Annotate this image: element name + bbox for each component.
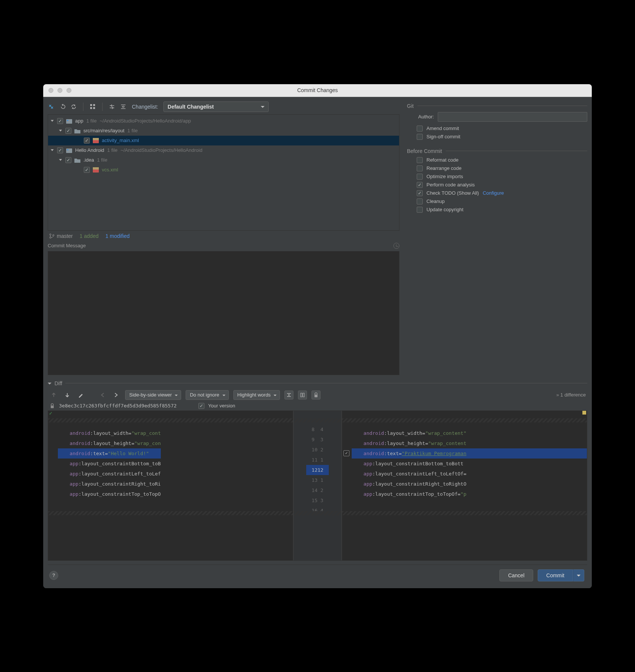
svg-point-14 xyxy=(53,235,54,236)
cleanup-checkbox[interactable] xyxy=(417,198,423,204)
tree-node-activity-main[interactable]: activity_main.xml xyxy=(48,136,399,145)
commit-message-label: Commit Message xyxy=(48,243,86,248)
checkbox[interactable] xyxy=(84,167,90,173)
group-by-icon[interactable] xyxy=(89,103,96,110)
edit-icon[interactable] xyxy=(76,390,85,400)
xml-file-icon xyxy=(93,138,99,143)
expand-all-icon[interactable] xyxy=(109,103,115,110)
added-count: 1 added xyxy=(80,233,99,239)
svg-point-12 xyxy=(50,234,51,235)
diff-label: Diff xyxy=(54,380,62,386)
changelist-label: Changelist: xyxy=(132,104,158,110)
commit-dropdown-button[interactable] xyxy=(573,569,584,581)
svg-rect-0 xyxy=(90,104,92,106)
commit-changes-dialog: Commit Changes xyxy=(43,84,592,588)
viewer-combo[interactable]: Side-by-side viewer xyxy=(125,390,181,400)
checkbox[interactable] xyxy=(57,118,63,124)
git-section-label: Git xyxy=(407,103,414,109)
branch-icon xyxy=(49,233,54,239)
diff-count: 1 difference xyxy=(556,392,586,398)
include-change-checkbox[interactable] xyxy=(198,403,204,409)
checkbox[interactable] xyxy=(57,147,63,153)
svg-rect-4 xyxy=(66,119,72,124)
changes-tree[interactable]: app 1 file ~/AndroidStudioProjects/Hello… xyxy=(48,114,399,231)
cancel-button[interactable]: Cancel xyxy=(499,569,533,581)
svg-rect-1 xyxy=(93,104,95,106)
xml-file-icon xyxy=(93,167,99,173)
module-icon xyxy=(66,118,72,124)
svg-rect-3 xyxy=(93,107,95,109)
rearrange-checkbox[interactable] xyxy=(417,165,423,171)
lock-icon[interactable] xyxy=(311,390,321,400)
copyright-checkbox[interactable] xyxy=(417,207,423,213)
diff-line-numbers: 84931021111212131142153164 xyxy=(293,411,342,560)
readonly-lock-icon xyxy=(50,403,55,409)
ignore-combo[interactable]: Do not ignore xyxy=(186,390,228,400)
signoff-checkbox[interactable] xyxy=(417,134,423,140)
before-commit-label: Before Commit xyxy=(407,148,442,154)
prev-diff-icon[interactable] xyxy=(49,390,58,400)
tree-node-hello-android[interactable]: Hello Android 1 file ~/AndroidStudioProj… xyxy=(48,145,399,155)
next-diff-icon[interactable] xyxy=(63,390,72,400)
collapse-unchanged-icon[interactable] xyxy=(284,390,293,400)
branch-status-bar: master 1 added 1 modified xyxy=(48,231,399,243)
your-version-label: Your version xyxy=(208,403,235,409)
highlight-combo[interactable]: Highlight words xyxy=(233,390,280,400)
module-icon xyxy=(66,148,72,153)
show-diff-icon[interactable] xyxy=(48,103,54,110)
svg-rect-16 xyxy=(303,393,304,397)
svg-rect-11 xyxy=(93,167,99,170)
todo-checkbox[interactable] xyxy=(417,190,423,196)
checkbox[interactable] xyxy=(65,157,71,163)
commit-button[interactable]: Commit xyxy=(538,569,573,581)
changelist-combo[interactable]: Default Changelist xyxy=(163,101,269,112)
branch-indicator[interactable]: master xyxy=(49,233,73,239)
diff-expander-icon[interactable] xyxy=(48,383,51,386)
svg-rect-8 xyxy=(66,148,72,153)
svg-rect-5 xyxy=(67,120,68,121)
author-input[interactable] xyxy=(438,112,587,122)
tree-node-vcs[interactable]: vcs.xml xyxy=(48,165,399,175)
diff-editor[interactable]: ✓ android:layout_width="wrap_cont androi… xyxy=(48,410,587,561)
diff-right-pane[interactable]: android:layout_width="wrap_content" andr… xyxy=(342,411,587,560)
author-label: Author: xyxy=(418,114,434,120)
svg-rect-15 xyxy=(301,393,302,397)
svg-rect-2 xyxy=(90,107,92,109)
svg-rect-17 xyxy=(314,395,318,397)
optimize-checkbox[interactable] xyxy=(417,174,423,180)
svg-rect-18 xyxy=(51,406,54,408)
window-title: Commit Changes xyxy=(43,87,592,93)
svg-rect-7 xyxy=(93,138,99,140)
back-icon[interactable] xyxy=(98,390,107,400)
folder-icon xyxy=(74,128,80,133)
checkbox[interactable] xyxy=(84,138,90,144)
tree-node-idea[interactable]: .idea 1 file xyxy=(48,155,399,165)
refresh-icon[interactable] xyxy=(70,103,77,110)
modified-count: 1 modified xyxy=(105,233,130,239)
folder-icon xyxy=(74,157,80,163)
history-icon[interactable] xyxy=(393,243,399,249)
checkbox[interactable] xyxy=(65,128,71,134)
configure-link[interactable]: Configure xyxy=(483,190,504,196)
tree-node-layout[interactable]: src/main/res/layout 1 file xyxy=(48,126,399,136)
forward-icon[interactable] xyxy=(112,390,121,400)
diff-left-pane[interactable]: android:layout_width="wrap_cont android:… xyxy=(48,411,293,560)
sync-scroll-icon[interactable] xyxy=(298,390,307,400)
commit-toolbar: Changelist: Default Changelist xyxy=(48,101,399,114)
svg-rect-9 xyxy=(67,149,68,150)
reformat-checkbox[interactable] xyxy=(417,157,423,163)
diff-toolbar: Side-by-side viewer Do not ignore Highli… xyxy=(48,389,587,403)
help-button[interactable]: ? xyxy=(49,571,58,580)
titlebar[interactable]: Commit Changes xyxy=(43,84,592,97)
svg-point-13 xyxy=(50,237,51,238)
collapse-all-icon[interactable] xyxy=(120,103,127,110)
revert-icon[interactable] xyxy=(59,103,66,110)
analysis-checkbox[interactable] xyxy=(417,182,423,188)
amend-checkbox[interactable] xyxy=(417,126,423,132)
commit-message-textarea[interactable] xyxy=(48,251,399,375)
revision-hash: 3e8ec3c17c263fbfcffdf7ed5d3d9ed585f85572 xyxy=(59,403,177,409)
tree-node-app[interactable]: app 1 file ~/AndroidStudioProjects/Hello… xyxy=(48,116,399,126)
